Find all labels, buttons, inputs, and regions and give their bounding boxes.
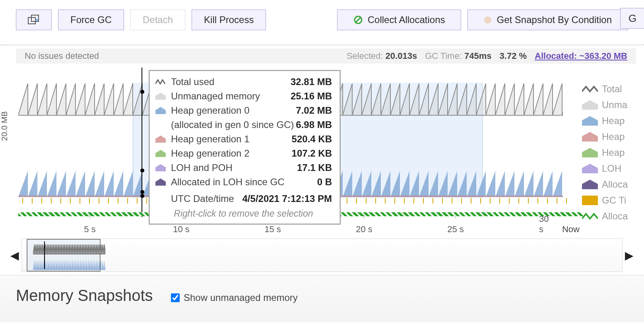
tooltip-row: Allocated in LOH since GC0 B — [155, 175, 332, 189]
series-swatch-icon — [155, 107, 166, 114]
overview-window[interactable] — [27, 239, 101, 272]
series-name: Heap generation 1 — [171, 134, 249, 145]
series-name: (allocated in gen 0 since GC) — [171, 119, 294, 130]
kill-label: Kill Process — [204, 14, 254, 25]
series-name: Heap generation 0 — [171, 105, 249, 116]
legend-label: Unma — [602, 99, 627, 111]
y-axis-label: 20.0 MB — [0, 111, 16, 141]
scroll-left-icon[interactable]: ◀ — [8, 249, 21, 262]
series-value: 6.98 MB — [296, 119, 332, 130]
svg-line-4 — [355, 17, 361, 23]
tooltip-row: Total used32.81 MB — [155, 75, 332, 89]
legend-swatch-icon — [582, 164, 598, 173]
legend-item[interactable]: Unma — [582, 97, 644, 113]
series-value: 107.2 KB — [292, 148, 332, 159]
profiler-attach-icon-button[interactable] — [16, 10, 52, 30]
force-gc-button[interactable]: Force GC — [58, 10, 124, 30]
series-swatch-icon — [155, 178, 166, 186]
gctime-ms: 745ms — [464, 51, 492, 61]
truncated-label: G — [628, 12, 636, 25]
getsnap-label: Get Snapshot By Condition — [497, 14, 612, 25]
collect-allocations-button[interactable]: Collect Allocations — [337, 10, 462, 30]
scroll-right-icon[interactable]: ▶ — [623, 249, 636, 262]
series-name: Total used — [171, 76, 214, 87]
legend-swatch-icon — [582, 100, 598, 110]
legend-label: Heap — [602, 115, 625, 126]
cursor-dot — [140, 190, 144, 194]
status-bar: No issues detected Selected: 20.013s GC … — [16, 48, 636, 64]
series-value: 25.16 MB — [291, 91, 332, 102]
cursor-marker[interactable] — [142, 68, 142, 217]
tooltip-row: LOH and POH17.1 KB — [155, 161, 332, 175]
legend-item[interactable]: GC Ti — [582, 192, 644, 208]
dt-value: 4/5/2021 7:12:13 PM — [242, 193, 332, 204]
series-value: 520.4 KB — [292, 134, 332, 145]
legend-item[interactable]: LOH — [582, 161, 644, 177]
toolbar: Force GC Detach Kill Process Collect All… — [0, 8, 644, 32]
no-issues-text: No issues detected — [25, 51, 99, 61]
selected-label: Selected: — [347, 51, 383, 61]
snapshots-title: Memory Snapshots — [16, 287, 153, 305]
series-name: LOH and POH — [171, 162, 233, 173]
legend-item[interactable]: Heap — [582, 145, 644, 161]
legend-label: GC Ti — [602, 195, 626, 206]
legend-label: LOH — [602, 163, 621, 174]
legend-item[interactable]: Total — [582, 81, 644, 97]
legend-item[interactable]: Alloca — [582, 208, 644, 224]
legend-item[interactable]: Heap — [582, 113, 644, 129]
svg-point-5 — [484, 16, 491, 23]
legend-label: Heap — [602, 131, 625, 142]
chart-tooltip: Total used32.81 MBUnmanaged memory25.16 … — [149, 70, 341, 225]
series-value: 0 B — [317, 177, 332, 188]
series-swatch-icon — [155, 78, 166, 85]
restore-icon — [28, 15, 40, 25]
series-name: Allocated in LOH since GC — [171, 177, 284, 188]
x-tick: 20 s — [356, 224, 372, 235]
dot-icon — [484, 16, 492, 24]
x-tick: 25 s — [447, 224, 464, 235]
tooltip-row: Heap generation 07.02 MB — [155, 103, 332, 118]
series-swatch-icon — [155, 136, 166, 143]
series-name: Heap generation 2 — [171, 148, 249, 159]
kill-process-button[interactable]: Kill Process — [192, 10, 266, 30]
series-value: 7.02 MB — [296, 105, 332, 116]
series-swatch-icon — [155, 150, 166, 157]
tooltip-hint: Right-click to remove the selection — [155, 208, 332, 219]
legend-swatch-icon — [582, 132, 598, 142]
legend-item[interactable]: Alloca — [582, 177, 644, 192]
cursor-dot — [140, 194, 144, 198]
now-label: Now — [562, 224, 580, 235]
overview-strip: ◀ ▶ — [8, 239, 636, 272]
dt-label: UTC Date/time — [171, 193, 234, 204]
legend-swatch-icon — [582, 180, 598, 189]
legend-item[interactable]: Heap — [582, 129, 644, 145]
legend-label: Alloca — [602, 179, 628, 190]
legend-swatch-icon — [582, 211, 598, 221]
x-tick: 5 s — [84, 224, 95, 235]
show-unmanaged-input[interactable] — [171, 293, 180, 302]
legend-label: Total — [602, 83, 622, 95]
x-tick: 10 s — [173, 224, 190, 235]
series-name: Unmanaged memory — [171, 91, 260, 102]
show-unmanaged-label: Show unmanaged memory — [184, 292, 298, 303]
series-value: 17.1 KB — [297, 162, 332, 173]
legend-swatch-icon — [582, 148, 598, 157]
divider — [0, 45, 644, 45]
overview-track[interactable] — [21, 239, 623, 272]
legend-swatch-icon — [582, 116, 598, 126]
series-value: 32.81 MB — [291, 76, 332, 87]
show-unmanaged-checkbox[interactable]: Show unmanaged memory — [171, 292, 298, 303]
legend: TotalUnmaHeapHeapHeapLOHAllocaGC TiAlloc… — [582, 81, 644, 224]
force-gc-label: Force GC — [70, 14, 112, 25]
legend-swatch-icon — [582, 196, 598, 205]
collect-label: Collect Allocations — [368, 14, 445, 25]
snapshots-panel: Memory Snapshots Show unmanaged memory — [0, 275, 644, 322]
get-snapshot-condition-button[interactable]: Get Snapshot By Condition — [467, 10, 628, 30]
cursor-dot — [140, 90, 144, 94]
disabled-icon — [353, 15, 363, 25]
truncated-button[interactable]: G — [620, 8, 644, 29]
detach-label: Detach — [143, 14, 173, 25]
overview-cursor — [44, 241, 45, 269]
legend-swatch-icon — [582, 84, 598, 94]
allocated-link[interactable]: Allocated: ~363.20 MB — [535, 51, 627, 61]
